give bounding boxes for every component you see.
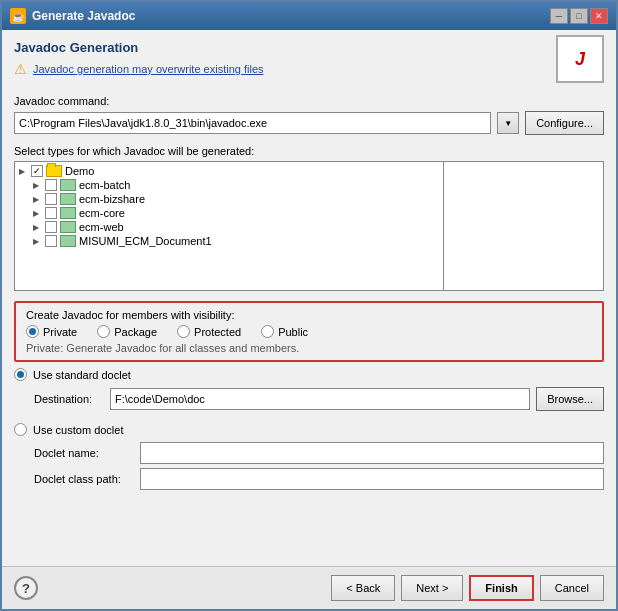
next-button[interactable]: Next > <box>401 575 463 601</box>
visibility-section: Create Javadoc for members with visibili… <box>14 301 604 362</box>
custom-doclet-label: Use custom doclet <box>33 424 123 436</box>
tree-checkbox-ecm-web[interactable] <box>45 221 57 233</box>
footer-buttons: < Back Next > Finish Cancel <box>331 575 604 601</box>
radio-dot-protected <box>177 325 190 338</box>
tree-item-ecm-bizshare[interactable]: ▶ ecm-bizshare <box>31 192 441 206</box>
tree-checkbox-demo[interactable]: ✓ <box>31 165 43 177</box>
custom-doclet-section: Use custom doclet Doclet name: Doclet cl… <box>14 423 604 494</box>
radio-label-private: Private <box>43 326 77 338</box>
warning-text: Javadoc generation may overwrite existin… <box>33 63 264 75</box>
header-area: Javadoc Generation ⚠ Javadoc generation … <box>14 40 604 87</box>
standard-doclet-row: Use standard doclet <box>14 368 604 381</box>
tree-label-ecm-batch: ecm-batch <box>79 179 130 191</box>
tree-label-ecm-core: ecm-core <box>79 207 125 219</box>
header-left: Javadoc Generation ⚠ Javadoc generation … <box>14 40 556 87</box>
destination-label: Destination: <box>34 393 104 405</box>
maximize-button[interactable]: □ <box>570 8 588 24</box>
main-window: ☕ Generate Javadoc ─ □ ✕ Javadoc Generat… <box>0 0 618 611</box>
tree-pkg-icon-ecm-web <box>60 221 76 233</box>
radio-dot-private <box>26 325 39 338</box>
javadoc-logo: J <box>556 35 604 83</box>
tree-item-ecm-web[interactable]: ▶ ecm-web <box>31 220 441 234</box>
tree-pkg-icon-ecm-bizshare <box>60 193 76 205</box>
visibility-label: Create Javadoc for members with visibili… <box>26 309 592 321</box>
tree-label-ecm-bizshare: ecm-bizshare <box>79 193 145 205</box>
warning-row: ⚠ Javadoc generation may overwrite exist… <box>14 61 556 77</box>
tree-pkg-icon-ecm-batch <box>60 179 76 191</box>
content-area: Javadoc Generation ⚠ Javadoc generation … <box>2 30 616 566</box>
javadoc-command-row: ▼ Configure... <box>14 111 604 135</box>
section-title: Javadoc Generation <box>14 40 556 55</box>
doclet-name-row: Doclet name: <box>34 442 604 464</box>
tree-label-ecm-web: ecm-web <box>79 221 124 233</box>
tree-panel: ▶ ✓ Demo ▶ ecm-batch ▶ <box>14 161 604 291</box>
tree-pkg-icon-ecm-core <box>60 207 76 219</box>
radio-protected[interactable]: Protected <box>177 325 241 338</box>
tree-item-demo[interactable]: ▶ ✓ Demo <box>17 164 441 178</box>
standard-doclet-section: Use standard doclet Destination: Browse.… <box>14 368 604 419</box>
tree-checkbox-ecm-bizshare[interactable] <box>45 193 57 205</box>
preview-panel <box>444 161 604 291</box>
visibility-radio-row: Private Package Protected Public <box>26 325 592 338</box>
destination-row: Destination: Browse... <box>34 387 604 411</box>
tree-folder-icon-demo <box>46 165 62 177</box>
radio-dot-package <box>97 325 110 338</box>
tree-label-misumi: MISUMI_ECM_Document1 <box>79 235 212 247</box>
browse-button[interactable]: Browse... <box>536 387 604 411</box>
warning-icon: ⚠ <box>14 61 27 77</box>
tree-container[interactable]: ▶ ✓ Demo ▶ ecm-batch ▶ <box>14 161 444 291</box>
footer: ? < Back Next > Finish Cancel <box>2 566 616 609</box>
radio-custom-doclet[interactable] <box>14 423 27 436</box>
tree-label-demo: Demo <box>65 165 94 177</box>
back-button[interactable]: < Back <box>331 575 395 601</box>
tree-item-misumi[interactable]: ▶ MISUMI_ECM_Document1 <box>31 234 441 248</box>
tree-label: Select types for which Javadoc will be g… <box>14 145 604 157</box>
tree-arrow-misumi: ▶ <box>33 237 45 246</box>
tree-arrow-ecm-core: ▶ <box>33 209 45 218</box>
radio-label-package: Package <box>114 326 157 338</box>
destination-input[interactable] <box>110 388 530 410</box>
radio-label-public: Public <box>278 326 308 338</box>
visibility-description: Private: Generate Javadoc for all classe… <box>26 342 592 354</box>
custom-doclet-row: Use custom doclet <box>14 423 604 436</box>
title-bar-left: ☕ Generate Javadoc <box>10 8 135 24</box>
radio-dot-public <box>261 325 274 338</box>
radio-label-protected: Protected <box>194 326 241 338</box>
tree-item-ecm-batch[interactable]: ▶ ecm-batch <box>31 178 441 192</box>
standard-doclet-label: Use standard doclet <box>33 369 131 381</box>
title-bar: ☕ Generate Javadoc ─ □ ✕ <box>2 2 616 30</box>
help-button[interactable]: ? <box>14 576 38 600</box>
radio-private[interactable]: Private <box>26 325 77 338</box>
tree-arrow-ecm-bizshare: ▶ <box>33 195 45 204</box>
doclet-name-input[interactable] <box>140 442 604 464</box>
window-icon: ☕ <box>10 8 26 24</box>
radio-package[interactable]: Package <box>97 325 157 338</box>
doclet-classpath-input[interactable] <box>140 468 604 490</box>
tree-checkbox-ecm-batch[interactable] <box>45 179 57 191</box>
radio-standard-doclet[interactable] <box>14 368 27 381</box>
javadoc-command-input[interactable] <box>14 112 491 134</box>
tree-item-ecm-core[interactable]: ▶ ecm-core <box>31 206 441 220</box>
tree-arrow-ecm-web: ▶ <box>33 223 45 232</box>
finish-button[interactable]: Finish <box>469 575 533 601</box>
minimize-button[interactable]: ─ <box>550 8 568 24</box>
cancel-button[interactable]: Cancel <box>540 575 604 601</box>
tree-arrow-ecm-batch: ▶ <box>33 181 45 190</box>
javadoc-dropdown-arrow[interactable]: ▼ <box>497 112 519 134</box>
title-controls: ─ □ ✕ <box>550 8 608 24</box>
tree-pkg-icon-misumi <box>60 235 76 247</box>
close-button[interactable]: ✕ <box>590 8 608 24</box>
configure-button[interactable]: Configure... <box>525 111 604 135</box>
radio-public[interactable]: Public <box>261 325 308 338</box>
tree-checkbox-ecm-core[interactable] <box>45 207 57 219</box>
javadoc-command-label: Javadoc command: <box>14 95 604 107</box>
doclet-classpath-row: Doclet class path: <box>34 468 604 490</box>
tree-arrow-demo: ▶ <box>19 167 31 176</box>
help-icon: ? <box>22 581 30 596</box>
tree-checkbox-misumi[interactable] <box>45 235 57 247</box>
doclet-classpath-label: Doclet class path: <box>34 473 134 485</box>
doclet-name-label: Doclet name: <box>34 447 134 459</box>
window-title: Generate Javadoc <box>32 9 135 23</box>
